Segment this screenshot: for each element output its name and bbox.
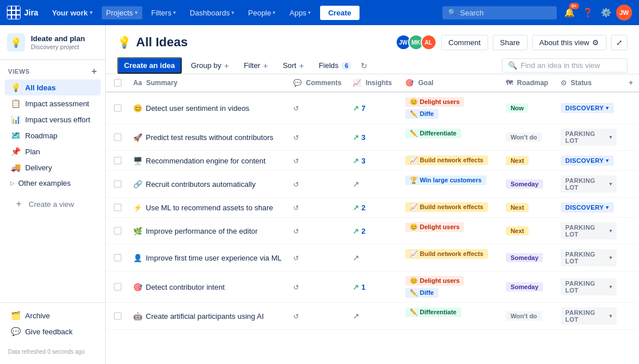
sidebar-item-other-examples[interactable]: ▷ Other examples: [5, 175, 101, 191]
row-summary[interactable]: 🚀Predict test results without contributo…: [127, 124, 287, 151]
row-status[interactable]: DISCOVERY ▾: [555, 151, 622, 171]
nav-people[interactable]: People ▾: [243, 6, 280, 19]
goal-tag[interactable]: 😊 Delight users: [405, 276, 464, 286]
row-roadmap[interactable]: Next: [500, 218, 555, 245]
sort-button[interactable]: Sort +: [277, 58, 310, 73]
row-comments[interactable]: ↺: [287, 171, 347, 198]
row-summary[interactable]: 🔗Recruit contributors automatically: [127, 171, 287, 198]
nav-filters[interactable]: Filters ▾: [147, 6, 181, 19]
row-comments[interactable]: ↺: [287, 198, 347, 218]
goal-tag[interactable]: 😊 Delight users: [405, 97, 464, 107]
about-view-button[interactable]: About this view ⚙: [532, 35, 606, 50]
row-status[interactable]: PARKING LOT ▾: [555, 218, 622, 245]
status-badge[interactable]: DISCOVERY ▾: [561, 155, 614, 166]
row-summary[interactable]: 🤖Create artificial participants using AI: [127, 303, 287, 330]
row-summary[interactable]: 😊Detect user sentiment in videos: [127, 92, 287, 124]
nav-apps[interactable]: Apps ▾: [285, 6, 315, 19]
row-checkbox[interactable]: [114, 312, 122, 320]
status-badge[interactable]: DISCOVERY ▾: [561, 202, 614, 213]
status-badge[interactable]: DISCOVERY ▾: [561, 103, 614, 113]
archive-item[interactable]: 🗂️ Archive: [5, 307, 101, 323]
row-checkbox[interactable]: [114, 283, 122, 291]
nav-dashboards[interactable]: Dashboards ▾: [185, 6, 239, 19]
row-roadmap[interactable]: Next: [500, 198, 555, 218]
group-by-button[interactable]: Group by +: [185, 58, 235, 73]
row-status[interactable]: PARKING LOT ▾: [555, 171, 622, 198]
sidebar-item-impact-effort[interactable]: 📊 Impact versus effort: [5, 111, 101, 127]
status-badge[interactable]: PARKING LOT ▾: [561, 278, 617, 295]
row-checkbox[interactable]: [114, 254, 122, 262]
expand-button[interactable]: ⤢: [611, 35, 628, 50]
goal-tag[interactable]: 😊 Delight users: [405, 222, 464, 232]
sidebar-item-impact-assessment[interactable]: 📋 Impact assessment: [5, 95, 101, 111]
row-comments[interactable]: ↺: [287, 303, 347, 330]
refresh-icon[interactable]: ↻: [361, 61, 368, 70]
row-roadmap[interactable]: Won't do: [500, 124, 555, 151]
th-add-column[interactable]: +: [622, 74, 639, 92]
row-summary[interactable]: 👤Improve first time user experience via …: [127, 245, 287, 271]
status-badge[interactable]: PARKING LOT ▾: [561, 175, 617, 193]
row-summary[interactable]: ⚡Use ML to recommend assets to share: [127, 198, 287, 218]
add-view-icon[interactable]: +: [91, 67, 97, 76]
goal-tag[interactable]: 📈 Build network effects: [405, 249, 488, 259]
goal-tag[interactable]: 📈 Build network effects: [405, 202, 488, 212]
row-comments[interactable]: ↺: [287, 151, 347, 171]
row-status[interactable]: PARKING LOT ▾: [555, 271, 622, 303]
row-comments[interactable]: ↺: [287, 245, 347, 271]
sidebar-item-roadmap[interactable]: 🗺️ Roadmap: [5, 127, 101, 143]
comment-button[interactable]: Comment: [441, 35, 488, 50]
row-status[interactable]: PARKING LOT ▾: [555, 124, 622, 151]
row-comments[interactable]: ↺: [287, 124, 347, 151]
goal-tag[interactable]: ✏️ Differentiate: [405, 129, 461, 138]
row-roadmap[interactable]: Next: [500, 151, 555, 171]
goal-tag[interactable]: ✏️ Diffe: [405, 109, 438, 119]
create-view-item[interactable]: + Create a view: [8, 195, 97, 213]
row-summary[interactable]: 🎯Detect contributor intent: [127, 271, 287, 303]
row-checkbox[interactable]: [114, 203, 122, 211]
row-roadmap[interactable]: Now: [500, 92, 555, 124]
row-roadmap[interactable]: Won't do: [500, 303, 555, 330]
goal-tag[interactable]: 📈 Build network effects: [405, 155, 488, 165]
row-checkbox[interactable]: [114, 133, 122, 141]
notification-button[interactable]: 🔔 9+: [561, 5, 577, 21]
row-checkbox[interactable]: [114, 180, 122, 188]
row-summary[interactable]: 🌿Improve performance of the editor: [127, 218, 287, 245]
goal-tag[interactable]: ✏️ Differentiate: [405, 307, 461, 317]
sidebar-item-plan[interactable]: 📌 Plan: [5, 143, 101, 159]
goal-tag[interactable]: ✏️ Diffe: [405, 288, 438, 298]
sidebar-item-all-ideas[interactable]: 💡 All Ideas: [5, 79, 101, 95]
row-roadmap[interactable]: Someday: [500, 171, 555, 198]
row-comments[interactable]: ↺: [287, 271, 347, 303]
status-badge[interactable]: PARKING LOT ▾: [561, 129, 617, 146]
row-status[interactable]: PARKING LOT ▾: [555, 303, 622, 330]
row-checkbox[interactable]: [114, 227, 122, 235]
status-badge[interactable]: PARKING LOT ▾: [561, 222, 617, 239]
nav-your-work[interactable]: Your work ▾: [47, 6, 97, 19]
create-idea-button[interactable]: Create an idea: [117, 57, 182, 74]
row-status[interactable]: PARKING LOT ▾: [555, 245, 622, 271]
feedback-item[interactable]: 💬 Give feedback: [5, 323, 101, 339]
sidebar-item-delivery[interactable]: 🚚 Delivery: [5, 159, 101, 175]
row-comments[interactable]: ↺: [287, 92, 347, 124]
row-comments[interactable]: ↺: [287, 218, 347, 245]
filter-button[interactable]: Filter +: [238, 58, 274, 73]
row-checkbox[interactable]: [114, 157, 122, 165]
status-badge[interactable]: PARKING LOT ▾: [561, 307, 617, 325]
help-button[interactable]: ❓: [580, 5, 596, 21]
create-view-row[interactable]: + Create a view: [0, 193, 105, 215]
row-summary[interactable]: 🖥️Recommendation engine for content: [127, 151, 287, 171]
user-avatar[interactable]: JW: [616, 5, 632, 21]
row-roadmap[interactable]: Someday: [500, 245, 555, 271]
create-button[interactable]: Create: [320, 6, 359, 20]
nav-logo[interactable]: Jira: [7, 6, 38, 19]
search-bar[interactable]: 🔍 Search: [442, 6, 557, 19]
settings-button[interactable]: ⚙️: [598, 5, 614, 21]
row-checkbox[interactable]: [114, 104, 122, 112]
goal-tag[interactable]: 🏆 Win large customers: [405, 175, 486, 185]
row-status[interactable]: DISCOVERY ▾: [555, 92, 622, 124]
share-button[interactable]: Share: [493, 35, 528, 50]
nav-projects[interactable]: Projects ▾: [102, 6, 142, 19]
row-roadmap[interactable]: Someday: [500, 271, 555, 303]
select-all-checkbox[interactable]: [114, 79, 122, 87]
fields-button[interactable]: Fields 6: [313, 58, 358, 73]
